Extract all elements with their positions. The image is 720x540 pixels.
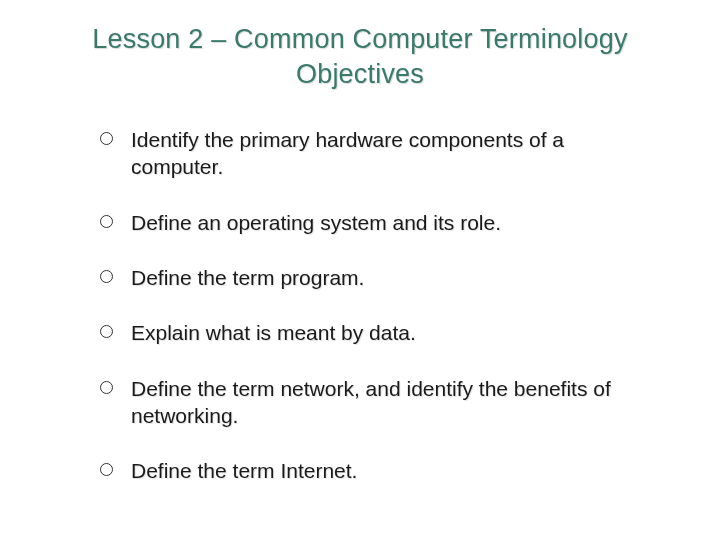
list-item: Define the term Internet. bbox=[100, 457, 650, 484]
list-item: Define the term program. bbox=[100, 264, 650, 291]
objective-text: Explain what is meant by data. bbox=[131, 319, 650, 346]
objective-text: Define an operating system and its role. bbox=[131, 209, 650, 236]
objective-text: Define the term program. bbox=[131, 264, 650, 291]
objective-text: Identify the primary hardware components… bbox=[131, 126, 650, 181]
list-item: Explain what is meant by data. bbox=[100, 319, 650, 346]
objective-text: Define the term Internet. bbox=[131, 457, 650, 484]
bullet-icon bbox=[100, 325, 113, 338]
list-item: Identify the primary hardware components… bbox=[100, 126, 650, 181]
objective-text: Define the term network, and identify th… bbox=[131, 375, 650, 430]
bullet-icon bbox=[100, 270, 113, 283]
list-item: Define an operating system and its role. bbox=[100, 209, 650, 236]
bullet-icon bbox=[100, 381, 113, 394]
bullet-icon bbox=[100, 132, 113, 145]
slide-title: Lesson 2 – Common Computer Terminology O… bbox=[40, 22, 680, 92]
objectives-list: Identify the primary hardware components… bbox=[40, 126, 680, 484]
bullet-icon bbox=[100, 215, 113, 228]
bullet-icon bbox=[100, 463, 113, 476]
list-item: Define the term network, and identify th… bbox=[100, 375, 650, 430]
